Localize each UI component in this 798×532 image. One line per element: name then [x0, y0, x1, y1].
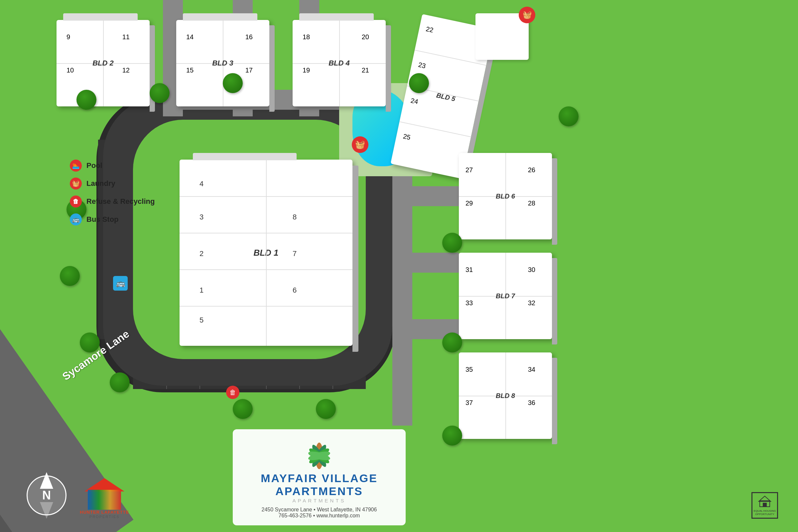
bus-label: Bus Stop	[87, 215, 119, 224]
pool-label: Pool	[87, 161, 102, 170]
laundry-label: Laundry	[87, 179, 115, 188]
unit-2: 2	[200, 249, 204, 258]
bld7-label: BLD 7	[496, 292, 515, 300]
hunter-lafayette-logo: HUNTER LAFAYETTE PROPERTIES	[80, 480, 129, 519]
unit-5: 5	[200, 316, 204, 324]
unit-30: 30	[528, 266, 535, 274]
unit-31: 31	[466, 266, 473, 274]
unit-26: 26	[528, 166, 535, 174]
tree-8	[110, 373, 130, 392]
equal-housing-icon	[758, 495, 772, 508]
bld6-label: BLD 6	[496, 192, 515, 200]
building-2: 9 11 10 12 BLD 2	[57, 20, 150, 107]
unit-21: 21	[362, 66, 369, 74]
laundry-icon-bld5: 🧺	[519, 7, 535, 23]
refuse-marker-bottom: 🗑	[226, 386, 240, 399]
unit-9: 9	[66, 33, 70, 41]
tree-2	[150, 83, 170, 103]
address-line1: 2450 Sycamore Lane • West Lafayette, IN …	[240, 507, 399, 513]
map-container: 🧺 1 2 3 4 5 6 7 8 BLD 1 9 11 10 12 BLD 2	[0, 0, 798, 532]
pool-laundry-icon: 🧺	[352, 136, 368, 153]
legend-laundry: 🧺 Laundry	[70, 177, 155, 190]
tree-10	[316, 399, 336, 419]
building-4: 18 20 19 21 BLD 4	[292, 20, 386, 107]
legend-pool: 🏊 Pool	[70, 159, 155, 172]
tree-12	[442, 332, 462, 353]
unit-25: 25	[402, 132, 411, 141]
unit-6: 6	[292, 286, 297, 294]
legend-refuse: 🗑 Refuse & Recycling	[70, 195, 155, 208]
road-bld7	[392, 253, 459, 273]
compass-n: N	[42, 490, 51, 501]
unit-29: 29	[466, 200, 473, 207]
bus-stop-marker: 🚌	[113, 276, 128, 291]
tree-9	[233, 399, 253, 419]
unit-11: 11	[122, 33, 130, 41]
unit-33: 33	[466, 299, 473, 307]
bld5-label: BLD 5	[436, 92, 456, 103]
unit-22: 22	[425, 25, 434, 34]
hl-company-name: HUNTER LAFAYETTE	[80, 510, 129, 515]
building-1: 1 2 3 4 5 6 7 8 BLD 1	[179, 159, 353, 346]
bld8-label: BLD 8	[496, 392, 515, 400]
building-7: 31 30 33 32 BLD 7	[459, 253, 552, 339]
unit-18: 18	[303, 33, 310, 41]
tree-6	[60, 266, 80, 286]
legend: 🏊 Pool 🧺 Laundry 🗑 Refuse & Recycling 🚌 …	[70, 159, 155, 231]
compass: N	[26, 475, 66, 515]
unit-24: 24	[410, 97, 419, 106]
unit-35: 35	[466, 366, 473, 374]
logo-title: Mayfair Village Apartments	[240, 472, 399, 498]
svg-rect-9	[763, 503, 765, 507]
building-6: 27 26 29 28 BLD 6	[459, 153, 552, 240]
tree-1	[76, 90, 96, 110]
unit-8: 8	[292, 213, 297, 222]
building-3: 14 16 15 17 BLD 3	[176, 20, 269, 107]
unit-7: 7	[292, 249, 297, 258]
unit-12: 12	[122, 66, 130, 74]
unit-10: 10	[66, 66, 74, 74]
address-line2: 765-463-2576 • www.hunterlp.com	[240, 513, 399, 519]
hl-company-sub: PROPERTIES	[80, 515, 129, 519]
refuse-icon: 🗑	[70, 195, 82, 208]
unit-27: 27	[466, 166, 473, 174]
unit-1: 1	[200, 286, 204, 294]
tree-3	[223, 73, 243, 93]
unit-28: 28	[528, 200, 535, 207]
equal-housing: EQUAL HOUSINGOPPORTUNITY	[752, 492, 778, 519]
unit-34: 34	[528, 366, 535, 374]
tree-4	[409, 73, 429, 93]
unit-3: 3	[200, 213, 204, 222]
unit-15: 15	[186, 66, 193, 74]
unit-16: 16	[245, 33, 253, 41]
unit-23: 23	[418, 61, 426, 70]
laundry-icon: 🧺	[70, 177, 82, 190]
refuse-label: Refuse & Recycling	[87, 197, 155, 206]
svg-rect-10	[765, 503, 767, 507]
logo-subtitle: APARTMENTS	[240, 498, 399, 504]
unit-19: 19	[303, 66, 310, 74]
logo-area: Mayfair Village Apartments APARTMENTS 24…	[233, 429, 406, 525]
legend-bus: 🚌 Bus Stop	[70, 213, 155, 225]
lotus-logo	[296, 436, 342, 469]
tree-13	[442, 425, 462, 445]
building-5-office: 🧺	[475, 13, 529, 60]
unit-17: 17	[245, 66, 253, 74]
bld3-label: BLD 3	[212, 59, 233, 68]
bus-icon: 🚌	[70, 213, 82, 225]
road-bld6	[392, 186, 459, 206]
building-8: 35 34 37 36 BLD 8	[459, 353, 552, 439]
unit-37: 37	[466, 399, 473, 407]
unit-4: 4	[200, 179, 204, 188]
unit-32: 32	[528, 299, 535, 307]
pool-icon: 🏊	[70, 159, 82, 172]
unit-14: 14	[186, 33, 193, 41]
tree-11	[442, 233, 462, 253]
bld2-label: BLD 2	[92, 59, 114, 68]
bld4-label: BLD 4	[328, 59, 350, 68]
tree-14	[558, 107, 578, 126]
unit-20: 20	[362, 33, 369, 41]
unit-36: 36	[528, 399, 535, 407]
